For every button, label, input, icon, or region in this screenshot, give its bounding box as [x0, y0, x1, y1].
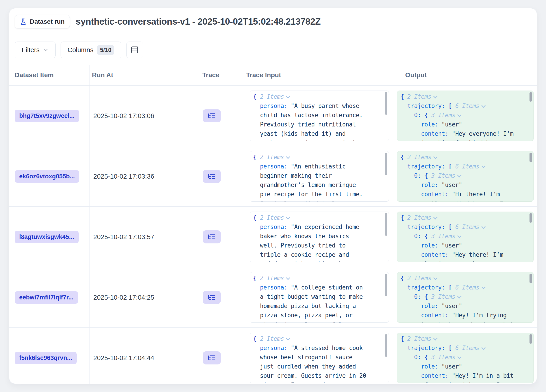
trace-cell	[201, 86, 244, 146]
output-cell: { 2 Items trajectory: [ 6 Items 0: { 3 I…	[393, 207, 537, 267]
column-header-trace-input: Trace Input	[244, 65, 393, 85]
run-at-value: 2025-10-02 17:03:36	[93, 173, 154, 180]
scrollbar-thumb[interactable]	[385, 92, 387, 115]
trace-cell	[201, 207, 244, 267]
trace-input-cell: { 2 Items persona: "A stressed home cook…	[244, 328, 393, 384]
output-cell: { 2 Items trajectory: [ 6 Items 0: { 3 I…	[393, 86, 537, 146]
run-at-cell: 2025-10-02 17:03:57	[90, 207, 201, 267]
dataset-item-badge[interactable]: eebwi7mfil7lqlf7r...	[15, 291, 78, 304]
table-row: l8agtuwxisgwk45... 2025-10-02 17:03:57 {…	[9, 207, 537, 267]
scrollbar-thumb[interactable]	[529, 274, 532, 283]
scrollbar-thumb[interactable]	[385, 213, 387, 236]
list-tree-icon	[208, 293, 216, 301]
output-json-card[interactable]: { 2 Items trajectory: [ 6 Items 0: { 3 I…	[397, 272, 533, 323]
filters-button-label: Filters	[22, 46, 39, 54]
list-tree-icon	[208, 172, 216, 180]
scrollbar-thumb[interactable]	[529, 334, 532, 344]
scrollbar-thumb[interactable]	[385, 153, 387, 175]
table-header-row: Dataset Item Run At Trace Trace Input Ou…	[9, 65, 537, 86]
trace-input-cell: { 2 Items persona: "An experienced home …	[244, 207, 393, 267]
dataset-item-badge[interactable]: l8agtuwxisgwk45...	[15, 231, 79, 243]
run-at-value: 2025-10-02 17:04:25	[93, 294, 154, 301]
filters-button[interactable]: Filters	[15, 42, 56, 58]
output-json-card[interactable]: { 2 Items trajectory: [ 6 Items 0: { 3 I…	[397, 151, 533, 202]
row-height-button[interactable]	[126, 42, 143, 58]
list-tree-icon	[208, 112, 216, 120]
run-at-cell: 2025-10-02 17:04:44	[90, 328, 201, 384]
trace-button[interactable]	[203, 109, 221, 122]
trace-input-json-content: { 2 Items persona: "A busy parent whose …	[253, 92, 385, 141]
list-tree-icon	[208, 354, 216, 362]
trace-button[interactable]	[203, 291, 221, 304]
dataset-run-card: Dataset run synthetic-conversations-v1 -…	[9, 8, 537, 384]
dataset-run-badge: Dataset run	[15, 15, 70, 28]
scrollbar-thumb[interactable]	[385, 274, 387, 296]
column-header-output: Output	[393, 65, 537, 85]
output-cell: { 2 Items trajectory: [ 6 Items 0: { 3 I…	[393, 328, 537, 384]
columns-count-badge: 5/10	[97, 45, 114, 55]
run-at-cell: 2025-10-02 17:04:25	[90, 267, 201, 328]
columns-button[interactable]: Columns 5/10	[61, 42, 121, 58]
run-at-value: 2025-10-02 17:04:44	[93, 354, 154, 362]
column-header-trace: Trace	[201, 65, 244, 85]
trace-input-json-card[interactable]: { 2 Items persona: "A busy parent whose …	[250, 91, 389, 141]
dataset-item-cell: bhg7t5xv9zgwcel...	[9, 86, 90, 146]
output-json-card[interactable]: { 2 Items trajectory: [ 6 Items 0: { 3 I…	[397, 91, 533, 141]
output-json-content: { 2 Items trajectory: [ 6 Items 0: { 3 I…	[400, 213, 530, 262]
trace-button[interactable]	[203, 170, 221, 183]
table-row: bhg7t5xv9zgwcel... 2025-10-02 17:03:06 {…	[9, 86, 537, 146]
run-at-cell: 2025-10-02 17:03:36	[90, 146, 201, 207]
run-at-value: 2025-10-02 17:03:57	[93, 233, 154, 241]
dataset-item-badge[interactable]: ek6oz6vtoxg055b...	[15, 170, 79, 183]
trace-button[interactable]	[203, 351, 221, 364]
column-header-run-at: Run At	[90, 65, 201, 85]
trace-input-json-card[interactable]: { 2 Items persona: "A stressed home cook…	[250, 333, 389, 383]
trace-input-json-card[interactable]: { 2 Items persona: "An experienced home …	[250, 212, 389, 262]
table-row: f5nk6lse963qrvn... 2025-10-02 17:04:44 {…	[9, 328, 537, 384]
dataset-run-badge-label: Dataset run	[30, 18, 65, 25]
trace-input-cell: { 2 Items persona: "An enthusiastic begi…	[244, 146, 393, 207]
toolbar: Filters Columns 5/10	[9, 35, 537, 65]
trace-input-json-card[interactable]: { 2 Items persona: "A college student on…	[250, 272, 389, 323]
columns-button-label: Columns	[68, 46, 93, 54]
dataset-run-table: Dataset Item Run At Trace Trace Input Ou…	[9, 65, 537, 384]
card-header: Dataset run synthetic-conversations-v1 -…	[9, 8, 537, 35]
table-row: eebwi7mfil7lqlf7r... 2025-10-02 17:04:25…	[9, 267, 537, 328]
table-rows-icon	[131, 46, 139, 54]
trace-input-json-content: { 2 Items persona: "A stressed home cook…	[253, 334, 385, 383]
trace-input-json-content: { 2 Items persona: "An enthusiastic begi…	[253, 153, 385, 202]
output-cell: { 2 Items trajectory: [ 6 Items 0: { 3 I…	[393, 267, 537, 328]
trace-cell	[201, 146, 244, 207]
output-json-content: { 2 Items trajectory: [ 6 Items 0: { 3 I…	[400, 334, 530, 383]
trace-input-cell: { 2 Items persona: "A busy parent whose …	[244, 86, 393, 146]
output-json-content: { 2 Items trajectory: [ 6 Items 0: { 3 I…	[400, 92, 530, 141]
chevron-down-icon	[43, 47, 49, 53]
run-at-value: 2025-10-02 17:03:06	[93, 112, 154, 120]
scrollbar-thumb[interactable]	[529, 213, 532, 223]
trace-input-json-content: { 2 Items persona: "An experienced home …	[253, 213, 385, 262]
dataset-item-badge[interactable]: f5nk6lse963qrvn...	[15, 352, 77, 364]
output-json-card[interactable]: { 2 Items trajectory: [ 6 Items 0: { 3 I…	[397, 333, 533, 383]
table-body: bhg7t5xv9zgwcel... 2025-10-02 17:03:06 {…	[9, 86, 537, 384]
trace-button[interactable]	[203, 230, 221, 243]
output-json-card[interactable]: { 2 Items trajectory: [ 6 Items 0: { 3 I…	[397, 212, 533, 262]
list-tree-icon	[208, 233, 216, 241]
trace-input-json-content: { 2 Items persona: "A college student on…	[253, 274, 385, 323]
output-json-content: { 2 Items trajectory: [ 6 Items 0: { 3 I…	[400, 274, 530, 323]
dataset-item-cell: ek6oz6vtoxg055b...	[9, 146, 90, 207]
trace-cell	[201, 267, 244, 328]
trace-cell	[201, 328, 244, 384]
scrollbar-thumb[interactable]	[529, 153, 532, 162]
scrollbar-thumb[interactable]	[529, 92, 532, 102]
table-row: ek6oz6vtoxg055b... 2025-10-02 17:03:36 {…	[9, 146, 537, 207]
page-title: synthetic-conversations-v1 - 2025-10-02T…	[76, 17, 321, 27]
scrollbar-thumb[interactable]	[385, 334, 387, 357]
column-header-dataset-item: Dataset Item	[9, 65, 90, 85]
dataset-item-badge[interactable]: bhg7t5xv9zgwcel...	[15, 110, 79, 122]
dataset-item-cell: f5nk6lse963qrvn...	[9, 328, 90, 384]
trace-input-json-card[interactable]: { 2 Items persona: "An enthusiastic begi…	[250, 151, 389, 202]
dataset-item-cell: eebwi7mfil7lqlf7r...	[9, 267, 90, 328]
run-at-cell: 2025-10-02 17:03:06	[90, 86, 201, 146]
output-json-content: { 2 Items trajectory: [ 6 Items 0: { 3 I…	[400, 153, 530, 202]
dataset-item-cell: l8agtuwxisgwk45...	[9, 207, 90, 267]
